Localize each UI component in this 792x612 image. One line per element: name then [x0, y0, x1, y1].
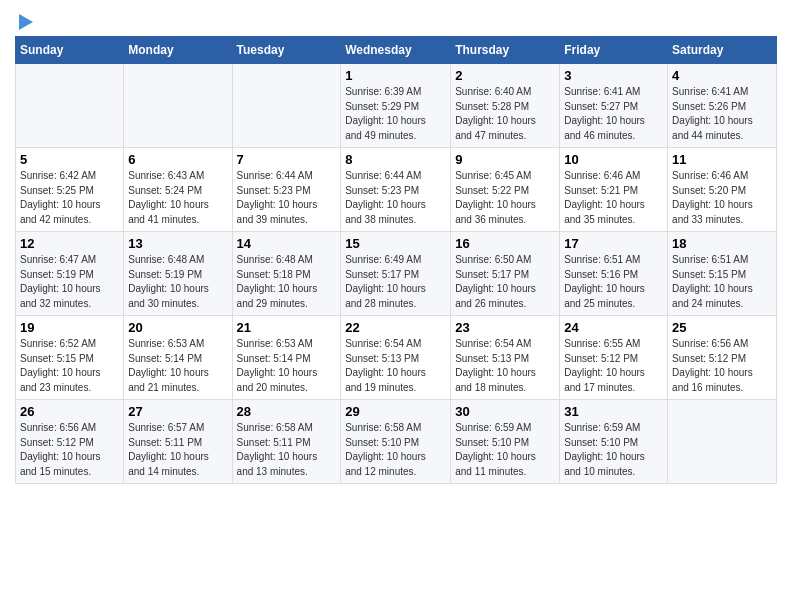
day-number: 31 [564, 404, 663, 419]
day-info: Sunrise: 6:39 AMSunset: 5:29 PMDaylight:… [345, 85, 446, 143]
day-cell: 26Sunrise: 6:56 AMSunset: 5:12 PMDayligh… [16, 400, 124, 484]
day-info: Sunrise: 6:44 AMSunset: 5:23 PMDaylight:… [345, 169, 446, 227]
week-row-3: 12Sunrise: 6:47 AMSunset: 5:19 PMDayligh… [16, 232, 777, 316]
day-number: 29 [345, 404, 446, 419]
day-info: Sunrise: 6:50 AMSunset: 5:17 PMDaylight:… [455, 253, 555, 311]
day-number: 14 [237, 236, 337, 251]
day-cell: 15Sunrise: 6:49 AMSunset: 5:17 PMDayligh… [341, 232, 451, 316]
day-cell: 24Sunrise: 6:55 AMSunset: 5:12 PMDayligh… [560, 316, 668, 400]
day-info: Sunrise: 6:59 AMSunset: 5:10 PMDaylight:… [564, 421, 663, 479]
col-header-tuesday: Tuesday [232, 37, 341, 64]
day-info: Sunrise: 6:54 AMSunset: 5:13 PMDaylight:… [345, 337, 446, 395]
day-number: 17 [564, 236, 663, 251]
day-info: Sunrise: 6:59 AMSunset: 5:10 PMDaylight:… [455, 421, 555, 479]
header [15, 10, 777, 30]
day-info: Sunrise: 6:57 AMSunset: 5:11 PMDaylight:… [128, 421, 227, 479]
day-number: 20 [128, 320, 227, 335]
day-cell: 7Sunrise: 6:44 AMSunset: 5:23 PMDaylight… [232, 148, 341, 232]
day-cell: 13Sunrise: 6:48 AMSunset: 5:19 PMDayligh… [124, 232, 232, 316]
day-info: Sunrise: 6:51 AMSunset: 5:15 PMDaylight:… [672, 253, 772, 311]
col-header-saturday: Saturday [668, 37, 777, 64]
day-cell: 10Sunrise: 6:46 AMSunset: 5:21 PMDayligh… [560, 148, 668, 232]
day-cell: 6Sunrise: 6:43 AMSunset: 5:24 PMDaylight… [124, 148, 232, 232]
day-info: Sunrise: 6:52 AMSunset: 5:15 PMDaylight:… [20, 337, 119, 395]
day-number: 13 [128, 236, 227, 251]
header-row: SundayMondayTuesdayWednesdayThursdayFrid… [16, 37, 777, 64]
day-number: 8 [345, 152, 446, 167]
day-cell [668, 400, 777, 484]
col-header-thursday: Thursday [451, 37, 560, 64]
day-number: 30 [455, 404, 555, 419]
day-info: Sunrise: 6:42 AMSunset: 5:25 PMDaylight:… [20, 169, 119, 227]
day-cell [124, 64, 232, 148]
day-cell: 21Sunrise: 6:53 AMSunset: 5:14 PMDayligh… [232, 316, 341, 400]
day-cell: 19Sunrise: 6:52 AMSunset: 5:15 PMDayligh… [16, 316, 124, 400]
day-cell: 14Sunrise: 6:48 AMSunset: 5:18 PMDayligh… [232, 232, 341, 316]
day-info: Sunrise: 6:46 AMSunset: 5:20 PMDaylight:… [672, 169, 772, 227]
logo [15, 10, 33, 30]
logo-arrow-icon [19, 14, 33, 30]
week-row-5: 26Sunrise: 6:56 AMSunset: 5:12 PMDayligh… [16, 400, 777, 484]
day-cell: 4Sunrise: 6:41 AMSunset: 5:26 PMDaylight… [668, 64, 777, 148]
day-cell: 31Sunrise: 6:59 AMSunset: 5:10 PMDayligh… [560, 400, 668, 484]
day-number: 25 [672, 320, 772, 335]
day-info: Sunrise: 6:41 AMSunset: 5:26 PMDaylight:… [672, 85, 772, 143]
day-info: Sunrise: 6:45 AMSunset: 5:22 PMDaylight:… [455, 169, 555, 227]
day-cell: 17Sunrise: 6:51 AMSunset: 5:16 PMDayligh… [560, 232, 668, 316]
day-info: Sunrise: 6:48 AMSunset: 5:18 PMDaylight:… [237, 253, 337, 311]
day-number: 24 [564, 320, 663, 335]
day-cell: 12Sunrise: 6:47 AMSunset: 5:19 PMDayligh… [16, 232, 124, 316]
day-cell: 25Sunrise: 6:56 AMSunset: 5:12 PMDayligh… [668, 316, 777, 400]
day-cell: 11Sunrise: 6:46 AMSunset: 5:20 PMDayligh… [668, 148, 777, 232]
day-info: Sunrise: 6:49 AMSunset: 5:17 PMDaylight:… [345, 253, 446, 311]
day-cell: 1Sunrise: 6:39 AMSunset: 5:29 PMDaylight… [341, 64, 451, 148]
col-header-friday: Friday [560, 37, 668, 64]
day-number: 23 [455, 320, 555, 335]
day-cell: 5Sunrise: 6:42 AMSunset: 5:25 PMDaylight… [16, 148, 124, 232]
day-info: Sunrise: 6:56 AMSunset: 5:12 PMDaylight:… [672, 337, 772, 395]
day-number: 21 [237, 320, 337, 335]
day-cell [232, 64, 341, 148]
day-cell: 2Sunrise: 6:40 AMSunset: 5:28 PMDaylight… [451, 64, 560, 148]
week-row-4: 19Sunrise: 6:52 AMSunset: 5:15 PMDayligh… [16, 316, 777, 400]
col-header-monday: Monday [124, 37, 232, 64]
day-cell: 20Sunrise: 6:53 AMSunset: 5:14 PMDayligh… [124, 316, 232, 400]
day-info: Sunrise: 6:58 AMSunset: 5:11 PMDaylight:… [237, 421, 337, 479]
day-number: 18 [672, 236, 772, 251]
day-number: 7 [237, 152, 337, 167]
day-cell: 29Sunrise: 6:58 AMSunset: 5:10 PMDayligh… [341, 400, 451, 484]
day-cell: 8Sunrise: 6:44 AMSunset: 5:23 PMDaylight… [341, 148, 451, 232]
day-cell: 28Sunrise: 6:58 AMSunset: 5:11 PMDayligh… [232, 400, 341, 484]
day-info: Sunrise: 6:47 AMSunset: 5:19 PMDaylight:… [20, 253, 119, 311]
day-number: 2 [455, 68, 555, 83]
day-cell: 16Sunrise: 6:50 AMSunset: 5:17 PMDayligh… [451, 232, 560, 316]
day-number: 26 [20, 404, 119, 419]
day-cell: 3Sunrise: 6:41 AMSunset: 5:27 PMDaylight… [560, 64, 668, 148]
day-info: Sunrise: 6:54 AMSunset: 5:13 PMDaylight:… [455, 337, 555, 395]
day-info: Sunrise: 6:53 AMSunset: 5:14 PMDaylight:… [237, 337, 337, 395]
col-header-sunday: Sunday [16, 37, 124, 64]
col-header-wednesday: Wednesday [341, 37, 451, 64]
day-number: 10 [564, 152, 663, 167]
day-cell: 22Sunrise: 6:54 AMSunset: 5:13 PMDayligh… [341, 316, 451, 400]
week-row-1: 1Sunrise: 6:39 AMSunset: 5:29 PMDaylight… [16, 64, 777, 148]
day-number: 3 [564, 68, 663, 83]
day-number: 16 [455, 236, 555, 251]
week-row-2: 5Sunrise: 6:42 AMSunset: 5:25 PMDaylight… [16, 148, 777, 232]
day-info: Sunrise: 6:55 AMSunset: 5:12 PMDaylight:… [564, 337, 663, 395]
day-number: 15 [345, 236, 446, 251]
day-info: Sunrise: 6:41 AMSunset: 5:27 PMDaylight:… [564, 85, 663, 143]
day-cell: 18Sunrise: 6:51 AMSunset: 5:15 PMDayligh… [668, 232, 777, 316]
calendar-table: SundayMondayTuesdayWednesdayThursdayFrid… [15, 36, 777, 484]
day-cell: 23Sunrise: 6:54 AMSunset: 5:13 PMDayligh… [451, 316, 560, 400]
day-info: Sunrise: 6:58 AMSunset: 5:10 PMDaylight:… [345, 421, 446, 479]
day-number: 11 [672, 152, 772, 167]
day-cell: 9Sunrise: 6:45 AMSunset: 5:22 PMDaylight… [451, 148, 560, 232]
day-cell [16, 64, 124, 148]
day-number: 12 [20, 236, 119, 251]
day-info: Sunrise: 6:53 AMSunset: 5:14 PMDaylight:… [128, 337, 227, 395]
day-info: Sunrise: 6:51 AMSunset: 5:16 PMDaylight:… [564, 253, 663, 311]
day-info: Sunrise: 6:44 AMSunset: 5:23 PMDaylight:… [237, 169, 337, 227]
day-number: 28 [237, 404, 337, 419]
day-number: 5 [20, 152, 119, 167]
